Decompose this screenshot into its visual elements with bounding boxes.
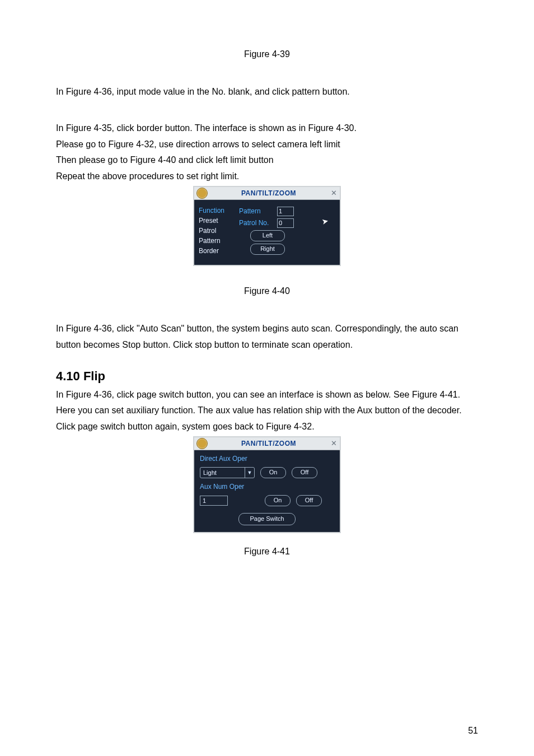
sidebar-item-function[interactable]: Function <box>199 207 239 214</box>
ptz-aux-title: PAN/TILT/ZOOM <box>211 440 326 447</box>
direct-aux-off-button[interactable]: Off <box>292 467 317 478</box>
ptz-aux-panel: PAN/TILT/ZOOM ✕ Direct Aux Oper Light ▼ … <box>193 436 341 533</box>
close-icon[interactable]: ✕ <box>330 189 338 197</box>
paragraph-1: In Figure 4-36, input mode value in the … <box>56 84 478 100</box>
direct-aux-select[interactable]: Light ▼ <box>200 467 255 478</box>
app-logo-icon <box>196 188 208 199</box>
right-limit-button[interactable]: Right <box>250 244 285 255</box>
figure-41-caption: Figure 4-41 <box>56 547 478 557</box>
patrol-no-input[interactable]: 0 <box>277 218 294 228</box>
paragraph-5: Repeat the above procedures to set right… <box>56 169 478 185</box>
paragraph-8: Click page switch button again, system g… <box>56 419 478 435</box>
direct-aux-select-value: Light <box>200 469 245 476</box>
figure-39-caption: Figure 4-39 <box>56 49 478 59</box>
figure-40-caption: Figure 4-40 <box>56 286 478 296</box>
sidebar-item-patrol[interactable]: Patrol <box>199 227 239 235</box>
direct-aux-label: Direct Aux Oper <box>200 455 334 463</box>
paragraph-4: Then please go to Figure 4-40 and click … <box>56 152 478 169</box>
document-page: Figure 4-39 In Figure 4-36, input mode v… <box>0 0 534 756</box>
page-switch-button[interactable]: Page Switch <box>238 513 296 525</box>
ptz-title: PAN/TILT/ZOOM <box>211 189 326 197</box>
paragraph-6: In Figure 4-36, click "Auto Scan" button… <box>56 321 478 353</box>
page-number: 51 <box>468 726 478 736</box>
aux-num-off-button[interactable]: Off <box>296 495 322 506</box>
left-limit-button[interactable]: Left <box>250 230 285 241</box>
ptz-sidebar: Function Preset Patrol Pattern Border <box>199 207 239 255</box>
sidebar-item-border[interactable]: Border <box>199 247 239 255</box>
app-logo-icon <box>196 438 208 449</box>
sidebar-item-preset[interactable]: Preset <box>199 217 239 225</box>
ptz-aux-titlebar: PAN/TILT/ZOOM ✕ <box>194 437 340 450</box>
ptz-titlebar: PAN/TILT/ZOOM ✕ <box>194 187 340 200</box>
paragraph-3: Please go to Figure 4-32, use direction … <box>56 137 478 153</box>
sidebar-item-pattern[interactable]: Pattern <box>199 237 239 245</box>
pattern-value-input[interactable]: 1 <box>277 207 294 216</box>
patrol-no-label: Patrol No. <box>239 219 274 227</box>
paragraph-7: In Figure 4-36, click page switch button… <box>56 387 478 419</box>
paragraph-2: In Figure 4-35, click border button. The… <box>56 120 478 137</box>
aux-num-on-button[interactable]: On <box>265 495 291 506</box>
close-icon[interactable]: ✕ <box>330 440 338 447</box>
aux-num-label: Aux Num Oper <box>200 483 334 491</box>
ptz-limit-panel: PAN/TILT/ZOOM ✕ Function Preset Patrol P… <box>193 186 341 266</box>
direct-aux-on-button[interactable]: On <box>260 467 286 478</box>
section-heading-flip: 4.10 Flip <box>56 369 478 384</box>
pattern-label: Pattern <box>239 207 274 215</box>
chevron-down-icon: ▼ <box>245 468 254 478</box>
aux-num-input[interactable]: 1 <box>200 496 228 506</box>
